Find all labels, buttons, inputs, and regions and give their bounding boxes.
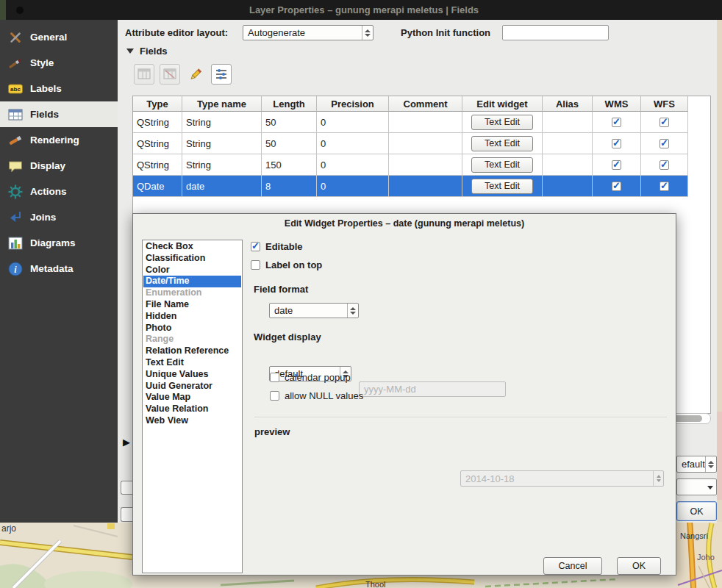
text-edit-button[interactable]: Text Edit	[471, 179, 533, 194]
list-item[interactable]: Uuid Generator	[143, 381, 241, 392]
spinner-arrows-icon[interactable]	[362, 26, 373, 40]
list-item-selected[interactable]: Date/Time	[143, 276, 241, 287]
cell-precision[interactable]: 0	[317, 176, 389, 197]
wms-checkbox[interactable]	[612, 139, 621, 148]
window-titlebar[interactable]: Layer Properties – gunung merapi meletus…	[6, 0, 722, 20]
column-header[interactable]: Edit widget	[462, 96, 543, 112]
cell-type[interactable]: QString	[133, 112, 182, 133]
list-item[interactable]: Color	[143, 265, 241, 276]
wfs-checkbox[interactable]	[660, 118, 669, 127]
cell-alias[interactable]	[543, 176, 593, 197]
cell-type-name[interactable]: String	[182, 154, 262, 176]
allow-null-checkbox-row[interactable]: allow NULL values	[270, 390, 363, 401]
wfs-checkbox[interactable]	[660, 182, 669, 191]
sidebar-item-diagrams[interactable]: Diagrams	[0, 230, 118, 256]
sidebar-item-metadata[interactable]: i Metadata	[0, 256, 118, 282]
list-item[interactable]: Hidden	[143, 311, 241, 323]
wfs-checkbox[interactable]	[660, 160, 669, 170]
python-init-input[interactable]	[502, 25, 609, 40]
ok-button[interactable]: OK	[617, 557, 661, 575]
table-row-selected[interactable]: QDate date 8 0 Text Edit	[133, 176, 710, 197]
horizontal-scrollbar[interactable]	[671, 413, 711, 424]
list-item[interactable]: Relation Reference	[143, 345, 241, 357]
list-item[interactable]: Value Relation	[143, 404, 241, 415]
cell-length[interactable]: 150	[262, 154, 317, 176]
cell-alias[interactable]	[543, 133, 593, 154]
field-format-select[interactable]: date	[269, 303, 359, 318]
toggle-editing-button[interactable]	[134, 64, 154, 85]
sidebar-item-actions[interactable]: Actions	[0, 179, 118, 204]
widget-editor-button[interactable]	[211, 64, 232, 85]
cell-alias[interactable]	[543, 154, 593, 176]
cell-type[interactable]: QString	[133, 154, 182, 176]
list-item[interactable]: Unique Values	[143, 369, 241, 381]
sidebar-item-rendering[interactable]: Rendering	[0, 127, 118, 153]
column-header[interactable]: WFS	[641, 96, 688, 112]
cell-precision[interactable]: 0	[317, 133, 389, 154]
text-edit-button[interactable]: Text Edit	[471, 136, 533, 151]
sidebar-item-joins[interactable]: Joins	[0, 204, 118, 230]
list-item[interactable]: Classification	[143, 253, 241, 265]
edit-button[interactable]	[185, 64, 206, 85]
cell-precision[interactable]: 0	[317, 112, 389, 133]
dialog-ok-button-fragment[interactable]: OK	[676, 501, 717, 521]
attribute-editor-layout-select[interactable]: Autogenerate	[243, 25, 373, 40]
cell-alias[interactable]	[543, 112, 593, 133]
sidebar-item-general[interactable]: General	[0, 24, 118, 50]
cell-comment[interactable]	[389, 112, 462, 133]
wms-checkbox[interactable]	[612, 160, 621, 170]
window-menu-icon[interactable]	[16, 7, 24, 14]
list-item[interactable]: Photo	[143, 323, 241, 334]
cell-type-name[interactable]: String	[182, 133, 262, 154]
cell-type-name[interactable]: String	[182, 112, 262, 133]
column-header[interactable]: Comment	[389, 96, 462, 112]
text-edit-button[interactable]: Text Edit	[471, 115, 533, 130]
calendar-popup-checkbox[interactable]	[270, 373, 279, 382]
cell-length[interactable]: 8	[262, 176, 317, 197]
column-header[interactable]: Precision	[317, 96, 389, 112]
column-header[interactable]: Type	[133, 96, 182, 112]
delete-column-button[interactable]	[160, 64, 180, 85]
sidebar-item-style[interactable]: Style	[0, 50, 118, 76]
cell-type-name[interactable]: date	[182, 176, 262, 197]
column-header[interactable]: WMS	[593, 96, 641, 112]
cell-precision[interactable]: 0	[317, 154, 389, 176]
cell-comment[interactable]	[389, 154, 462, 176]
cancel-button[interactable]: Cancel	[543, 557, 602, 575]
list-item[interactable]: Value Map	[143, 392, 241, 404]
cell-length[interactable]: 50	[262, 112, 317, 133]
widget-type-list[interactable]: Check Box Classification Color Date/Time…	[142, 240, 243, 573]
column-header[interactable]: Type name	[182, 96, 262, 112]
editable-checkbox[interactable]	[251, 242, 260, 251]
wms-checkbox[interactable]	[612, 118, 621, 127]
cell-type[interactable]: QDate	[133, 176, 182, 197]
panel-expand-arrow-icon[interactable]: ▶	[123, 437, 130, 448]
calendar-popup-checkbox-row[interactable]: calendar popup	[270, 372, 351, 383]
cell-type[interactable]: QString	[133, 133, 182, 154]
list-item[interactable]: File Name	[143, 299, 241, 311]
table-row[interactable]: QString String 150 0 Text Edit	[133, 154, 710, 176]
label-on-top-checkbox-row[interactable]: Label on top	[251, 259, 322, 270]
sidebar-item-display[interactable]: Display	[0, 153, 118, 179]
list-item[interactable]: Web View	[143, 415, 241, 427]
list-item[interactable]: Check Box	[143, 241, 241, 253]
collapse-triangle-icon[interactable]	[126, 49, 134, 54]
label-on-top-checkbox[interactable]	[251, 260, 260, 270]
spinner-arrows-icon[interactable]	[705, 456, 716, 472]
wms-checkbox[interactable]	[612, 182, 621, 191]
cell-comment[interactable]	[389, 176, 462, 197]
spinner-arrows-icon[interactable]	[347, 304, 358, 318]
editable-checkbox-row[interactable]: Editable	[251, 241, 303, 252]
table-row[interactable]: QString String 50 0 Text Edit	[133, 133, 710, 154]
list-item[interactable]: Text Edit	[143, 357, 241, 369]
column-header[interactable]: Alias	[543, 96, 593, 112]
sidebar-item-fields[interactable]: Fields	[0, 101, 118, 127]
column-header[interactable]: Length	[262, 96, 317, 112]
cell-comment[interactable]	[389, 133, 462, 154]
sidebar-item-labels[interactable]: abc Labels	[0, 76, 118, 101]
scrollbar-thumb[interactable]	[673, 415, 702, 422]
allow-null-checkbox[interactable]	[270, 391, 279, 401]
text-edit-button[interactable]: Text Edit	[471, 157, 533, 173]
table-row[interactable]: QString String 50 0 Text Edit	[133, 112, 710, 133]
wfs-checkbox[interactable]	[660, 139, 669, 148]
